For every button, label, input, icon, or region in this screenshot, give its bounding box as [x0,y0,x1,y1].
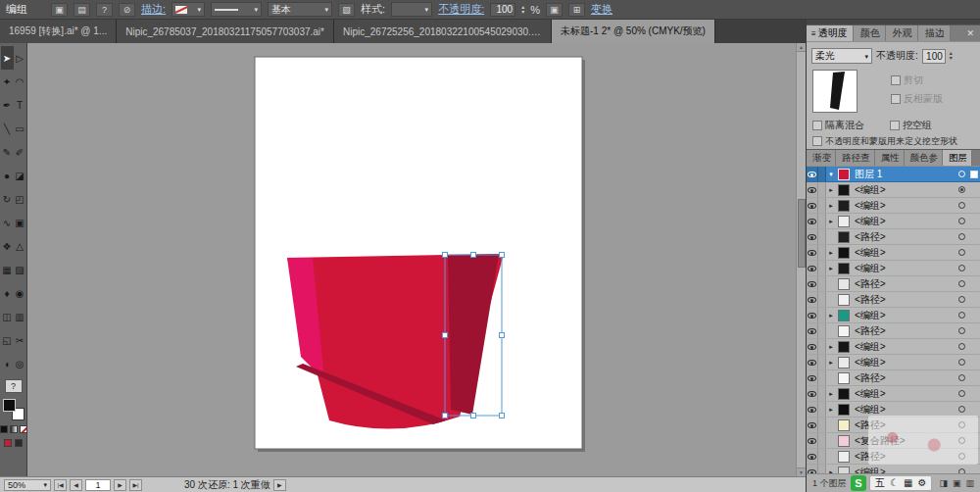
new-layer-button[interactable]: ▣ [953,478,961,488]
scrollbar-thumb[interactable] [798,199,806,268]
column-graph-tool[interactable]: ▥ [14,305,26,328]
visibility-cell[interactable] [807,449,818,464]
target-circle[interactable] [958,202,965,209]
opacity-link[interactable]: 不透明度: [438,2,484,17]
blend-mode-select[interactable]: 柔光 ▾ [811,48,872,64]
no-appearance-icon[interactable]: ⊘ [119,3,135,17]
lasso-tool[interactable]: ◠ [14,70,26,93]
rectangle-tool[interactable]: ▭ [14,117,26,140]
layer-row[interactable]: ▸ <编组> [807,182,980,198]
direct-selection-tool[interactable]: ▷ [14,46,26,70]
panel-tab[interactable]: 路径查 [836,150,875,166]
expand-arrow-icon[interactable]: ▸ [826,390,836,398]
visibility-cell[interactable] [807,292,818,307]
document-tab[interactable]: Nipic_26785037_20180321175057703037.ai* [117,20,334,43]
help-icon[interactable]: ? [96,3,113,17]
collapse-arrow-icon[interactable]: ▾ [826,171,836,178]
type-tool[interactable]: T [14,93,26,117]
canvas[interactable] [27,43,796,476]
lock-cell[interactable] [818,229,826,244]
close-icon[interactable]: ✕ [960,28,980,38]
layer-row-selected[interactable]: ▾ 图层 1 [807,167,980,182]
visibility-cell[interactable] [807,355,818,369]
layer-row[interactable]: ▸ <编组> [807,214,980,229]
fill-swatch[interactable] [3,399,16,412]
target-circle[interactable] [958,171,965,177]
lock-cell[interactable] [818,261,826,275]
document-tab[interactable]: Nipic_26725256_20180322100545029030.ai* [334,20,552,43]
expand-arrow-icon[interactable]: ▸ [826,468,836,474]
visibility-cell[interactable] [807,167,818,181]
isolate-blending-checkbox[interactable] [812,121,822,130]
symbol-sprayer-tool[interactable]: ◫ [1,305,14,328]
opacity-stepper[interactable]: ▴ ▾ [521,5,524,15]
lock-cell[interactable] [818,308,826,322]
sogou-logo[interactable]: S [851,475,866,491]
panel-tab[interactable]: ≡ 透明度 [807,25,854,41]
lock-cell[interactable] [818,198,826,213]
layer-row[interactable]: ▸ <编组> [807,355,980,370]
expand-arrow-icon[interactable]: ▸ [826,202,836,210]
visibility-cell[interactable] [807,418,818,432]
width-profile-icon[interactable]: ▧ [338,3,355,17]
lock-cell[interactable] [818,276,826,291]
eraser-tool[interactable]: ◪ [14,164,26,187]
selection-handle[interactable] [443,414,448,418]
width-tool[interactable]: ∿ [1,211,14,234]
history-forward-button[interactable]: ▶ [273,479,286,491]
settings-wrench-icon[interactable]: ⚙ [917,477,926,488]
input-mode-wubi[interactable]: 五 [875,476,885,490]
grid-options-icon[interactable]: ⊞ [568,3,585,17]
free-transform-tool[interactable]: ▣ [14,211,26,234]
opacity-input[interactable]: 100 [490,3,515,17]
opacity-stepper[interactable]: ▴ ▾ [950,51,953,61]
panel-tab[interactable]: 颜色 [854,25,886,41]
target-circle[interactable] [958,186,965,193]
lock-cell[interactable] [818,339,826,354]
visibility-cell[interactable] [807,261,818,275]
stepper-down-icon[interactable]: ▾ [521,10,524,15]
object-thumbnail[interactable] [812,70,858,113]
visibility-cell[interactable] [807,465,818,473]
lock-cell[interactable] [818,323,826,338]
pencil-tool[interactable]: ✎ [1,140,14,164]
lock-cell[interactable] [818,386,826,401]
target-circle[interactable] [958,374,965,381]
perspective-grid-tool[interactable]: △ [14,234,26,258]
visibility-cell[interactable] [807,433,818,448]
first-page-button[interactable]: |◀ [54,479,67,491]
target-circle[interactable] [958,312,965,319]
expand-arrow-icon[interactable]: ▸ [826,249,836,257]
target-circle[interactable] [958,249,965,256]
target-circle[interactable] [958,390,965,397]
layer-row[interactable]: <路径> [807,292,980,308]
visibility-cell[interactable] [807,386,818,401]
selection-tool[interactable]: ➤ [1,46,14,70]
lock-cell[interactable] [818,465,826,473]
scale-tool[interactable]: ◰ [14,187,26,211]
visibility-cell[interactable] [807,308,818,322]
pen-tool[interactable]: ✒ [1,93,14,117]
expand-arrow-icon[interactable]: ▸ [826,186,836,194]
target-circle[interactable] [958,359,965,366]
lock-cell[interactable] [818,402,826,417]
lock-cell[interactable] [818,433,826,448]
layer-row[interactable]: ▸ <编组> [807,245,980,261]
expand-arrow-icon[interactable]: ▸ [826,218,836,225]
expand-arrow-icon[interactable]: ▸ [826,312,836,320]
opacity-value-input[interactable]: 100 [922,49,946,64]
layer-row[interactable]: <路径> [807,323,980,339]
lock-cell[interactable] [818,182,826,197]
artboard-tool[interactable]: ◱ [1,328,14,352]
lock-cell[interactable] [818,449,826,464]
selection-handle[interactable] [471,253,476,258]
knockout-group-checkbox[interactable] [890,121,900,130]
selection-handle[interactable] [471,414,476,418]
vertical-scrollbar[interactable]: ▲ ▼ [796,43,806,476]
selection-handle[interactable] [500,414,505,418]
mesh-tool[interactable]: ▦ [1,258,14,281]
visibility-cell[interactable] [807,323,818,338]
panel-tab[interactable]: 颜色参 [905,150,944,166]
lock-cell[interactable] [818,245,826,260]
prev-page-button[interactable]: ◀ [70,479,82,491]
